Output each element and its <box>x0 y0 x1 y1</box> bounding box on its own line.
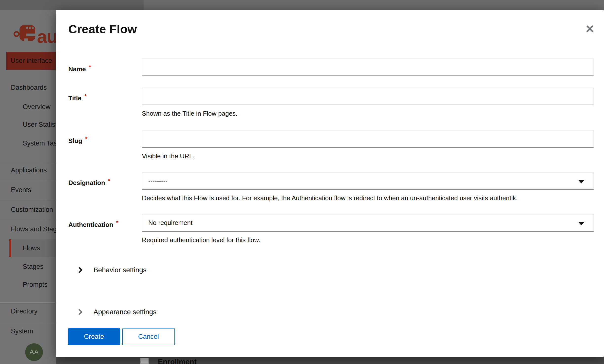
title-helper-text: Shown as the Title in Flow pages. <box>142 109 237 118</box>
authentication-helper-text: Required authentication level for this f… <box>142 236 260 244</box>
chevron-right-icon <box>77 266 84 274</box>
active-indicator-bar <box>9 239 11 257</box>
designation-helper-text: Decides what this Flow is used for. For … <box>142 194 518 202</box>
expander-label: Behavior settings <box>94 266 147 274</box>
page-header-dimmed-left <box>0 0 144 10</box>
name-input[interactable] <box>142 58 594 76</box>
user-avatar[interactable]: AA <box>25 343 43 361</box>
authentik-wordmark: au <box>37 26 57 47</box>
required-asterisk: * <box>116 219 118 226</box>
required-asterisk: * <box>108 178 110 184</box>
background-section-heading: Enrollment <box>158 358 197 364</box>
background-page-strip <box>56 357 604 364</box>
title-label: Title* <box>68 88 140 107</box>
sidebar-item-overview[interactable]: Overview <box>23 103 51 111</box>
page-header-dimmed-right <box>144 0 604 10</box>
sidebar-item-system[interactable]: System <box>11 327 33 335</box>
slug-label: Slug* <box>68 130 140 150</box>
sidebar-item-directory[interactable]: Directory <box>11 307 38 315</box>
appearance-settings-expander[interactable]: Appearance settings <box>77 303 156 321</box>
sidebar-item-prompts[interactable]: Prompts <box>23 280 48 289</box>
required-asterisk: * <box>85 136 87 142</box>
slug-helper-text: Visible in the URL. <box>142 152 194 160</box>
name-label: Name* <box>68 58 140 78</box>
designation-selected-value: --------- <box>148 177 168 185</box>
designation-label: Designation* <box>68 172 140 192</box>
caret-down-icon <box>578 222 585 225</box>
screen: au User interface Dashboards Overview Us… <box>0 0 604 364</box>
title-input[interactable] <box>142 88 594 105</box>
sidebar-item-dashboards[interactable]: Dashboards <box>11 83 47 92</box>
designation-select[interactable]: --------- <box>142 172 594 190</box>
authentik-logo-icon <box>14 25 36 42</box>
chevron-right-icon <box>77 308 84 316</box>
create-flow-modal: Create Flow Name* Title* Shown as the Ti… <box>56 10 604 357</box>
flow-background-thumbnail <box>140 358 149 364</box>
sidebar-item-events[interactable]: Events <box>11 186 31 194</box>
create-button[interactable]: Create <box>68 328 120 345</box>
modal-title: Create Flow <box>68 22 137 36</box>
slug-input[interactable] <box>142 130 594 148</box>
sidebar-item-stages[interactable]: Stages <box>23 262 43 271</box>
behavior-settings-expander[interactable]: Behavior settings <box>77 261 147 279</box>
expander-label: Appearance settings <box>94 308 156 316</box>
close-icon[interactable] <box>585 24 595 34</box>
sidebar-item-customization[interactable]: Customization <box>11 205 53 214</box>
cancel-button[interactable]: Cancel <box>122 328 175 345</box>
sidebar-item-flows[interactable]: Flows <box>23 244 40 252</box>
authentication-selected-value: No requirement <box>148 219 192 227</box>
sidebar-item-applications[interactable]: Applications <box>11 166 47 174</box>
authentication-label: Authentication* <box>68 214 140 234</box>
required-asterisk: * <box>84 93 87 100</box>
required-asterisk: * <box>89 64 91 71</box>
authentication-select[interactable]: No requirement <box>142 214 594 232</box>
caret-down-icon <box>578 180 585 183</box>
